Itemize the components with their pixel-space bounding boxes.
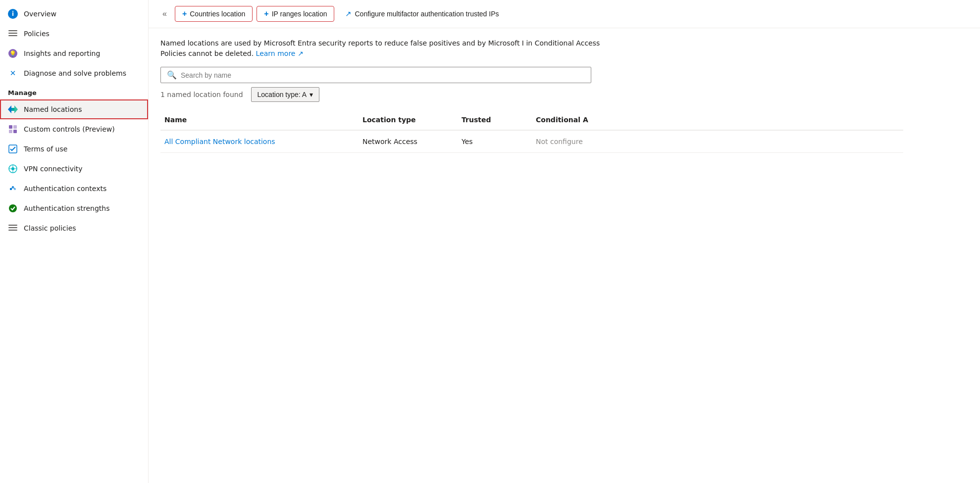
search-input[interactable]: [181, 71, 585, 79]
learn-more-link[interactable]: Learn more ↗: [256, 49, 304, 57]
location-type-filter[interactable]: Location type: A ▾: [251, 87, 320, 102]
custom-ctrl-icon: [8, 124, 18, 134]
learn-more-icon: ↗: [298, 49, 304, 57]
toolbar: « + Countries location + IP ranges locat…: [149, 0, 980, 28]
table: Name Location type Trusted Conditional A…: [160, 110, 903, 153]
sidebar-label-diagnose: Diagnose and solve problems: [24, 69, 126, 77]
collapse-button[interactable]: «: [158, 7, 171, 20]
ip-ranges-location-button[interactable]: + IP ranges location: [257, 6, 334, 22]
svg-rect-1: [8, 33, 17, 34]
filter-row: 1 named location found Location type: A …: [160, 87, 968, 102]
external-link-icon: ↗: [345, 9, 352, 18]
sidebar-item-overview[interactable]: i Overview: [0, 4, 148, 24]
sidebar-label-classic: Classic policies: [24, 224, 76, 232]
row-location-type-cell: Network Access: [359, 136, 458, 147]
sidebar-item-insights[interactable]: 💡 Insights and reporting: [0, 44, 148, 63]
svg-rect-25: [8, 230, 17, 231]
sidebar-item-custom-controls[interactable]: Custom controls (Preview): [0, 119, 148, 139]
auth-ctx-icon: [8, 184, 18, 193]
sidebar-item-auth-contexts[interactable]: Authentication contexts: [0, 179, 148, 198]
svg-rect-16: [10, 188, 12, 190]
description-text: Named locations are used by Microsoft En…: [160, 38, 606, 59]
sidebar-item-policies[interactable]: Policies: [0, 24, 148, 44]
col-header-conditional-access: Conditional A: [532, 114, 903, 126]
svg-rect-7: [9, 125, 12, 129]
all-compliant-network-link[interactable]: All Compliant Network locations: [164, 138, 275, 145]
col-header-trusted: Trusted: [458, 114, 532, 126]
sidebar-label-named-locations: Named locations: [24, 105, 82, 113]
lightbulb-icon: 💡: [8, 48, 18, 58]
filter-label: Location type: A: [258, 91, 307, 98]
main-content: « + Countries location + IP ranges locat…: [149, 0, 980, 483]
list-icon: [8, 29, 18, 39]
sidebar-item-auth-strengths[interactable]: Authentication strengths: [0, 198, 148, 218]
col-header-name: Name: [160, 114, 359, 126]
row-name-cell: All Compliant Network locations: [160, 136, 359, 147]
named-loc-icon: [8, 104, 18, 114]
configure-mfa-label: Configure multifactor authentication tru…: [355, 10, 499, 18]
result-count: 1 named location found: [160, 91, 243, 98]
terms-icon: [8, 144, 18, 154]
sidebar-label-vpn: VPN connectivity: [24, 165, 83, 173]
svg-point-22: [9, 204, 17, 212]
sidebar-label-auth-strengths: Authentication strengths: [24, 204, 109, 212]
table-row: All Compliant Network locations Network …: [160, 131, 903, 153]
sidebar: i Overview Policies 💡 Insights and repor…: [0, 0, 149, 483]
svg-rect-2: [8, 35, 17, 36]
manage-section-label: Manage: [0, 83, 148, 99]
col-header-location-type: Location type: [359, 114, 458, 126]
auth-str-icon: [8, 203, 18, 213]
classic-icon: [8, 223, 18, 233]
configure-mfa-button[interactable]: ↗ Configure multifactor authentication t…: [338, 6, 506, 21]
info-circle-icon: i: [8, 9, 18, 19]
wrench-icon: ✕: [8, 68, 18, 78]
row-conditional-access-cell: Not configure: [532, 136, 903, 147]
plus-icon-ip-ranges: +: [264, 9, 268, 18]
sidebar-item-classic-policies[interactable]: Classic policies: [0, 218, 148, 238]
table-header: Name Location type Trusted Conditional A: [160, 110, 903, 131]
sidebar-label-custom-controls: Custom controls (Preview): [24, 125, 115, 133]
sidebar-label-overview: Overview: [24, 10, 56, 18]
svg-marker-6: [11, 105, 18, 113]
svg-rect-24: [8, 227, 17, 228]
row-trusted-cell: Yes: [458, 136, 532, 147]
search-bar: 🔍: [160, 67, 591, 83]
sidebar-item-diagnose[interactable]: ✕ Diagnose and solve problems: [0, 63, 148, 83]
plus-icon-countries: +: [182, 9, 187, 18]
svg-rect-8: [13, 125, 17, 129]
svg-rect-10: [13, 130, 17, 133]
sidebar-label-insights: Insights and reporting: [24, 49, 100, 57]
svg-rect-23: [8, 225, 17, 226]
ip-ranges-location-label: IP ranges location: [272, 10, 327, 18]
vpn-icon: [8, 164, 18, 174]
chevron-down-icon: ▾: [309, 91, 313, 98]
svg-rect-18: [14, 188, 16, 190]
sidebar-item-vpn[interactable]: VPN connectivity: [0, 159, 148, 179]
sidebar-label-policies: Policies: [24, 30, 50, 38]
sidebar-item-terms-of-use[interactable]: Terms of use: [0, 139, 148, 159]
sidebar-item-named-locations[interactable]: Named locations: [0, 99, 148, 119]
countries-location-button[interactable]: + Countries location: [175, 6, 253, 22]
svg-rect-9: [9, 130, 12, 133]
content-area: Named locations are used by Microsoft En…: [149, 28, 980, 483]
search-icon: 🔍: [167, 70, 177, 80]
sidebar-label-terms: Terms of use: [24, 145, 67, 153]
sidebar-label-auth-contexts: Authentication contexts: [24, 185, 106, 193]
countries-location-label: Countries location: [190, 10, 245, 18]
svg-text:💡: 💡: [9, 50, 16, 57]
svg-rect-0: [8, 30, 17, 31]
